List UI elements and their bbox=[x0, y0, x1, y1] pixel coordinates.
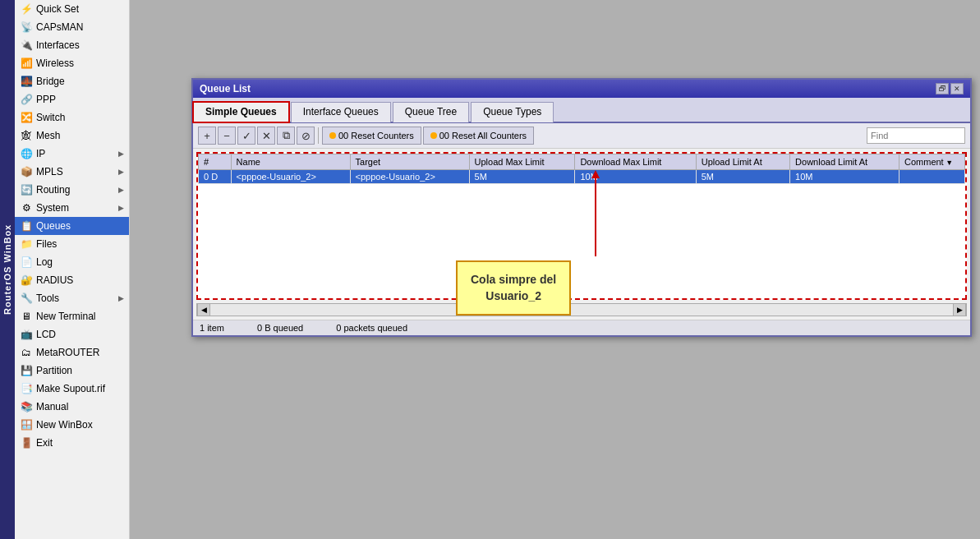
tools-arrow-icon: ▶ bbox=[118, 294, 124, 302]
sidebar-item-bridge[interactable]: 🌉Bridge bbox=[15, 72, 129, 90]
routing-icon: 🔄 bbox=[20, 183, 33, 196]
close-button[interactable]: ✕ bbox=[950, 83, 964, 94]
partition-icon: 💾 bbox=[20, 364, 33, 377]
restore-button[interactable]: 🗗 bbox=[936, 83, 949, 94]
sidebar-item-ip[interactable]: 🌐IP▶ bbox=[15, 145, 129, 163]
cell-name: <pppoe-Usuario_2> bbox=[231, 170, 350, 184]
sidebar-label-manual: Manual bbox=[36, 401, 124, 412]
sidebar-item-new-winbox[interactable]: 🪟New WinBox bbox=[15, 416, 129, 434]
data-table: #NameTargetUpload Max LimitDownload Max … bbox=[198, 154, 965, 184]
sidebar-item-exit[interactable]: 🚪Exit bbox=[15, 434, 129, 452]
sidebar-label-mesh: Mesh bbox=[36, 130, 124, 141]
col-header-5: Upload Limit At bbox=[696, 154, 789, 170]
sidebar-label-ppp: PPP bbox=[36, 94, 124, 105]
sidebar-item-quick-set[interactable]: ⚡Quick Set bbox=[15, 0, 129, 18]
sidebar-item-new-terminal[interactable]: 🖥New Terminal bbox=[15, 307, 129, 325]
sidebar-item-wireless[interactable]: 📶Wireless bbox=[15, 54, 129, 72]
files-icon: 📁 bbox=[20, 237, 33, 251]
scroll-left-button[interactable]: ◀ bbox=[197, 303, 210, 316]
sidebar-item-manual[interactable]: 📚Manual bbox=[15, 398, 129, 416]
quick-set-icon: ⚡ bbox=[20, 2, 33, 16]
ppp-icon: 🔗 bbox=[20, 93, 33, 106]
sidebar-item-files[interactable]: 📁Files bbox=[15, 235, 129, 253]
copy-button[interactable]: ⧉ bbox=[277, 127, 295, 145]
filter-button[interactable]: ⊘ bbox=[297, 127, 315, 145]
enable-button[interactable]: ✓ bbox=[237, 127, 255, 145]
sidebar-item-metarouter[interactable]: 🗂MetaROUTER bbox=[15, 343, 129, 362]
sidebar-item-radius[interactable]: 🔐RADIUS bbox=[15, 271, 129, 289]
tabs-bar: Simple QueuesInterface QueuesQueue TreeQ… bbox=[193, 98, 970, 123]
table-header-row: #NameTargetUpload Max LimitDownload Max … bbox=[199, 154, 965, 170]
cell-download-at: 10M bbox=[790, 170, 899, 184]
cell-comment bbox=[899, 170, 965, 184]
table-header: #NameTargetUpload Max LimitDownload Max … bbox=[199, 154, 965, 170]
sidebar-label-mpls: MPLS bbox=[36, 166, 117, 177]
sidebar-label-quick-set: Quick Set bbox=[36, 3, 124, 15]
sidebar-item-system[interactable]: ⚙System▶ bbox=[15, 199, 129, 217]
scroll-track[interactable] bbox=[210, 304, 953, 316]
col-header-2: Target bbox=[350, 154, 469, 170]
horizontal-scrollbar[interactable]: ◀ ▶ bbox=[196, 303, 967, 316]
tab-queue-types[interactable]: Queue Types bbox=[471, 102, 554, 122]
col-header-4: Download Max Limit bbox=[575, 154, 696, 170]
find-input[interactable] bbox=[867, 127, 965, 144]
cell-target: <pppoe-Usuario_2> bbox=[350, 170, 469, 184]
new-winbox-icon: 🪟 bbox=[20, 418, 33, 431]
ip-icon: 🌐 bbox=[20, 147, 33, 160]
col-header-6: Download Limit At bbox=[790, 154, 899, 170]
table-row[interactable]: 0 D<pppoe-Usuario_2><pppoe-Usuario_2>5M1… bbox=[199, 170, 965, 184]
reset-counters-button[interactable]: 00 Reset Counters bbox=[322, 127, 421, 145]
sidebar-item-lcd[interactable]: 📺LCD bbox=[15, 325, 129, 343]
sidebar-label-interfaces: Interfaces bbox=[36, 39, 124, 51]
tab-simple-queues[interactable]: Simple Queues bbox=[193, 102, 289, 122]
capsman-icon: 📡 bbox=[20, 21, 33, 34]
scroll-right-button[interactable]: ▶ bbox=[953, 303, 966, 316]
sidebar-item-queues[interactable]: 📋Queues bbox=[15, 217, 129, 235]
sidebar-item-mesh[interactable]: 🕸Mesh bbox=[15, 127, 129, 145]
sidebar-label-partition: Partition bbox=[36, 365, 124, 376]
sidebar-item-partition[interactable]: 💾Partition bbox=[15, 362, 129, 380]
sidebar-item-capsman[interactable]: 📡CAPsMAN bbox=[15, 18, 129, 36]
sidebar-item-interfaces[interactable]: 🔌Interfaces bbox=[15, 36, 129, 54]
toolbar: + − ✓ ✕ ⧉ ⊘ 00 Reset Counters bbox=[193, 123, 970, 149]
sidebar-label-bridge: Bridge bbox=[36, 76, 124, 87]
col-header-0: # bbox=[199, 154, 232, 170]
add-button[interactable]: + bbox=[198, 127, 216, 145]
col-header-3: Upload Max Limit bbox=[469, 154, 575, 170]
cell-download-max: 10M bbox=[575, 170, 696, 184]
toolbar-sep bbox=[318, 127, 319, 144]
window-title: Queue List bbox=[200, 83, 251, 94]
remove-button[interactable]: − bbox=[218, 127, 236, 145]
tab-interface-queues[interactable]: Interface Queues bbox=[291, 102, 391, 122]
queued-bytes: 0 B queued bbox=[257, 323, 303, 333]
bridge-icon: 🌉 bbox=[20, 75, 33, 88]
tab-queue-tree[interactable]: Queue Tree bbox=[393, 102, 469, 122]
statusbar: 1 item 0 B queued 0 packets queued bbox=[193, 320, 970, 335]
sidebar-label-new-winbox: New WinBox bbox=[36, 419, 124, 431]
sidebar-item-log[interactable]: 📄Log bbox=[15, 253, 129, 271]
exit-icon: 🚪 bbox=[20, 436, 33, 449]
reset-all-counters-button[interactable]: 00 Reset All Counters bbox=[423, 127, 534, 145]
make-supout-icon: 📑 bbox=[20, 382, 33, 395]
sidebar-item-mpls[interactable]: 📦MPLS▶ bbox=[15, 163, 129, 181]
sidebar-label-make-supout: Make Supout.rif bbox=[36, 383, 124, 394]
sidebar-item-routing[interactable]: 🔄Routing▶ bbox=[15, 181, 129, 199]
sidebar: ⚡Quick Set📡CAPsMAN🔌Interfaces📶Wireless🌉B… bbox=[15, 0, 130, 539]
disable-button[interactable]: ✕ bbox=[257, 127, 275, 145]
log-icon: 📄 bbox=[20, 256, 33, 269]
sidebar-label-metarouter: MetaROUTER bbox=[36, 347, 124, 358]
sidebar-label-log: Log bbox=[36, 256, 124, 268]
callout-box: Cola simpre delUsuario_2 bbox=[456, 260, 571, 316]
metarouter-icon: 🗂 bbox=[20, 346, 33, 359]
queue-list-window: Queue List 🗗 ✕ Simple QueuesInterface Qu… bbox=[191, 78, 972, 337]
sidebar-label-queues: Queues bbox=[36, 220, 124, 232]
counter-dot-1 bbox=[329, 132, 336, 139]
sidebar-item-make-supout[interactable]: 📑Make Supout.rif bbox=[15, 380, 129, 398]
system-icon: ⚙ bbox=[20, 201, 33, 214]
sidebar-label-capsman: CAPsMAN bbox=[36, 21, 124, 33]
sidebar-item-switch[interactable]: 🔀Switch bbox=[15, 108, 129, 127]
app-label: RouterOS WinBox bbox=[0, 0, 15, 539]
sidebar-item-tools[interactable]: 🔧Tools▶ bbox=[15, 289, 129, 307]
sidebar-item-ppp[interactable]: 🔗PPP bbox=[15, 90, 129, 108]
ip-arrow-icon: ▶ bbox=[118, 150, 124, 158]
